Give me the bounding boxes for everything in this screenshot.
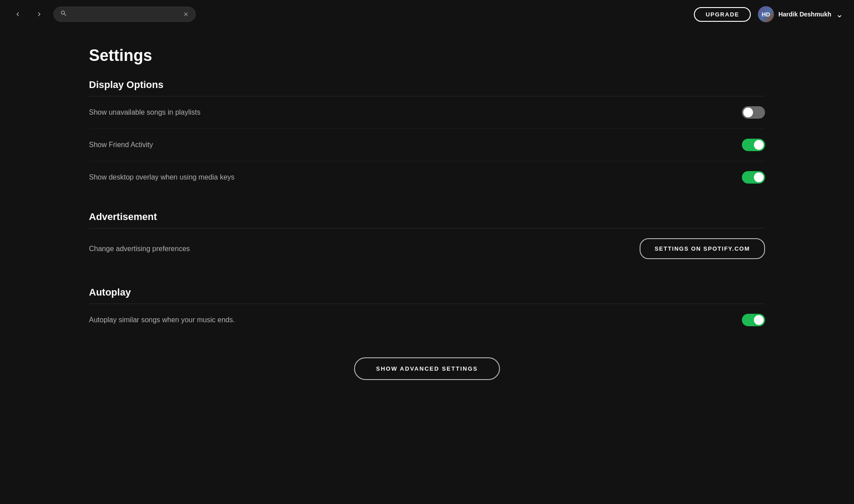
show-unavailable-songs-track[interactable] — [742, 106, 765, 119]
search-icon — [60, 10, 67, 19]
show-unavailable-songs-toggle[interactable] — [742, 106, 765, 119]
change-advertising-preferences-label: Change advertising preferences — [89, 245, 190, 253]
search-bar — [53, 7, 196, 22]
autoplay-section: Autoplay Autoplay similar songs when you… — [89, 287, 765, 336]
autoplay-title: Autoplay — [89, 287, 765, 304]
autoplay-similar-songs-track[interactable] — [742, 314, 765, 326]
autoplay-similar-songs-label: Autoplay similar songs when your music e… — [89, 316, 235, 324]
show-friend-activity-track[interactable] — [742, 139, 765, 151]
advanced-settings-container: SHOW ADVANCED SETTINGS — [89, 357, 765, 380]
nav-right: UPGRADE HD Hardik Deshmukh ⌄ — [694, 6, 843, 22]
autoplay-similar-songs-toggle[interactable] — [742, 314, 765, 326]
display-options-section: Display Options Show unavailable songs i… — [89, 79, 765, 193]
show-unavailable-songs-thumb — [743, 108, 753, 117]
autoplay-header: Autoplay — [89, 287, 765, 304]
autoplay-similar-songs-row: Autoplay similar songs when your music e… — [89, 304, 765, 336]
chevron-right-icon — [35, 10, 43, 18]
show-desktop-overlay-track[interactable] — [742, 171, 765, 184]
show-friend-activity-row: Show Friend Activity — [89, 129, 765, 161]
autoplay-similar-songs-thumb — [754, 315, 764, 325]
nav-back-button[interactable] — [11, 7, 25, 21]
show-advanced-settings-button[interactable]: SHOW ADVANCED SETTINGS — [354, 357, 500, 380]
page-title: Settings — [89, 46, 765, 65]
show-desktop-overlay-thumb — [754, 172, 764, 182]
show-friend-activity-label: Show Friend Activity — [89, 141, 153, 149]
nav-arrows — [11, 7, 46, 21]
show-desktop-overlay-row: Show desktop overlay when using media ke… — [89, 161, 765, 193]
advertisement-section: Advertisement Change advertising prefere… — [89, 211, 765, 269]
advertisement-title: Advertisement — [89, 211, 765, 228]
nav-bar: UPGRADE HD Hardik Deshmukh ⌄ — [0, 0, 854, 28]
search-input[interactable] — [71, 11, 179, 18]
user-menu[interactable]: HD Hardik Deshmukh ⌄ — [758, 6, 843, 22]
user-menu-chevron-icon: ⌄ — [836, 9, 843, 20]
show-friend-activity-thumb — [754, 140, 764, 150]
advertisement-header: Advertisement — [89, 211, 765, 228]
main-content: Settings Display Options Show unavailabl… — [0, 0, 854, 424]
chevron-left-icon — [14, 10, 22, 18]
upgrade-button[interactable]: UPGRADE — [694, 7, 751, 22]
show-desktop-overlay-toggle[interactable] — [742, 171, 765, 184]
avatar-image: HD — [758, 6, 774, 22]
nav-forward-button[interactable] — [32, 7, 46, 21]
user-name-label: Hardik Deshmukh — [778, 11, 831, 18]
display-options-title: Display Options — [89, 79, 765, 96]
change-advertising-preferences-row: Change advertising preferences SETTINGS … — [89, 228, 765, 269]
show-friend-activity-toggle[interactable] — [742, 139, 765, 151]
avatar: HD — [758, 6, 774, 22]
show-unavailable-songs-label: Show unavailable songs in playlists — [89, 108, 201, 116]
clear-search-button[interactable] — [183, 11, 189, 17]
display-options-header: Display Options — [89, 79, 765, 96]
show-unavailable-songs-row: Show unavailable songs in playlists — [89, 96, 765, 129]
show-desktop-overlay-label: Show desktop overlay when using media ke… — [89, 173, 234, 181]
settings-on-spotify-button[interactable]: SETTINGS ON SPOTIFY.COM — [640, 238, 765, 259]
